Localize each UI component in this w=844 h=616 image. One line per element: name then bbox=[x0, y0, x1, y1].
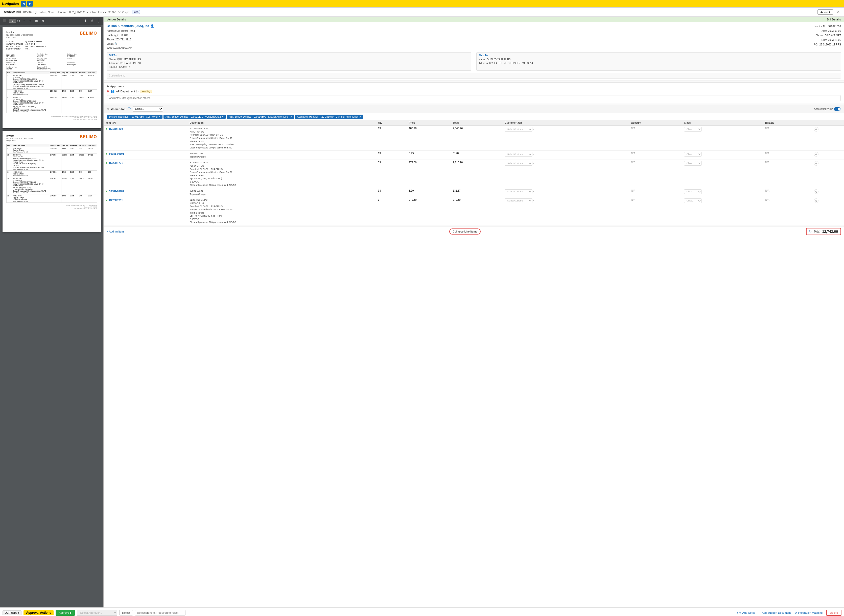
item-account: N/A bbox=[629, 188, 682, 197]
action-button[interactable]: Action ▾ bbox=[818, 9, 833, 15]
reject-button[interactable]: Reject bbox=[119, 610, 133, 616]
pdf-menu-button[interactable]: ☰ bbox=[2, 18, 7, 23]
item-price: 3.99 bbox=[407, 188, 451, 197]
row-action-button[interactable]: ⊕ bbox=[814, 198, 819, 203]
split-btn-0-arrow-icon: ✕ bbox=[159, 115, 160, 118]
bill-id: ID5802 bbox=[23, 10, 32, 14]
navigation-bar: Navigation ◀ ▶ bbox=[0, 0, 844, 7]
row-action-button[interactable]: ⊕ bbox=[814, 161, 819, 166]
collapse-line-items-button[interactable]: Collapse Line Items bbox=[449, 229, 481, 235]
forward-button[interactable]: ▶ bbox=[27, 1, 33, 7]
split-btn-1[interactable]: ABC School District →22-011130 - Verizon… bbox=[163, 114, 225, 119]
notes-input[interactable] bbox=[107, 95, 841, 101]
class-select-row[interactable]: Class... bbox=[684, 127, 702, 132]
bottom-action-row: + Add an item Collapse Line Items ↻ Tota… bbox=[104, 226, 844, 236]
integration-label: Integration Mapping bbox=[798, 611, 822, 614]
approvers-chevron-icon: ▶ bbox=[107, 85, 109, 88]
pdf-download-button[interactable]: ⬇ bbox=[83, 18, 88, 23]
item-code: 99981-00101 bbox=[109, 153, 124, 155]
ocr-utility-button[interactable]: OCR Utility ▾ bbox=[3, 610, 22, 615]
customer-job-select-row[interactable]: Select Customer... bbox=[504, 152, 532, 157]
terms-label: Terms: bbox=[816, 33, 824, 38]
customer-job-select[interactable]: Select... bbox=[133, 106, 163, 111]
due-label: Due: bbox=[822, 38, 827, 43]
email-search-icon[interactable]: 🔍 bbox=[115, 43, 118, 45]
pdf-zoom-out-button[interactable]: − bbox=[22, 18, 26, 23]
item-billable: N/A bbox=[763, 160, 812, 188]
item-total: 131.67 bbox=[451, 188, 503, 197]
action-label: Action bbox=[820, 10, 828, 14]
bill-to-label: Bill To bbox=[109, 54, 469, 57]
bill-details-title: Bill Details bbox=[827, 18, 841, 21]
accounting-view-toggle[interactable] bbox=[834, 107, 841, 111]
back-button[interactable]: ◀ bbox=[21, 1, 26, 7]
col-billable: Billable bbox=[763, 120, 812, 126]
ship-to-name: Name: QUALITY SUPPLIES bbox=[479, 57, 839, 62]
class-select-row[interactable]: Class... bbox=[684, 198, 702, 203]
refresh-icon[interactable]: ↻ bbox=[809, 230, 812, 233]
customer-chevron-icon: ▾ bbox=[533, 190, 534, 193]
item-account: N/A bbox=[629, 126, 682, 151]
split-btn-3[interactable]: Campbell, Heather →22-153070 - Campell A… bbox=[295, 114, 363, 119]
class-select-row[interactable]: Class... bbox=[684, 189, 702, 194]
row-action-button[interactable]: ⊕ bbox=[814, 127, 819, 132]
pdf-rotate-button[interactable]: ↺ bbox=[41, 18, 46, 23]
bill-to-block: Bill To Name: QUALITY SUPPLIES Address: … bbox=[107, 52, 471, 71]
customer-job-select-row[interactable]: Select Customer... bbox=[504, 127, 532, 132]
rejection-note-input[interactable] bbox=[135, 610, 185, 616]
pdf-fit-page-button[interactable]: ⊞ bbox=[34, 18, 39, 23]
bill-to-address: Address: 601 EAST LINE ST BISHOP CA 9351… bbox=[109, 62, 469, 69]
row-action-button[interactable]: ⊕ bbox=[814, 189, 819, 194]
item-account: N/A bbox=[629, 160, 682, 188]
add-notes-link[interactable]: ● ✎ Add Notes bbox=[736, 611, 755, 615]
close-button[interactable]: ✕ bbox=[835, 9, 841, 15]
col-description: Description bbox=[188, 120, 376, 126]
ship-to-address: Address: 601 EAST LINE ST BISHOP CA 9351… bbox=[479, 62, 839, 65]
footer-right-actions: ● ✎ Add Notes + Add Support Document ⚙ I… bbox=[736, 610, 841, 616]
class-select-row[interactable]: Class... bbox=[684, 161, 702, 166]
add-notes-label: Add Notes bbox=[743, 611, 755, 614]
ship-to-label: Ship To bbox=[479, 54, 839, 57]
tags-badge[interactable]: Tags bbox=[132, 10, 140, 14]
bill-details-column: Invoice No: 920321559 Date: 2023-09-06 T… bbox=[598, 24, 841, 50]
approver-select[interactable]: Select Approver... bbox=[77, 610, 117, 616]
approver-group-icon: 👥 bbox=[110, 89, 115, 93]
class-select-row[interactable]: Class... bbox=[684, 152, 702, 157]
approval-actions-label: Approval Actions bbox=[24, 610, 54, 615]
split-btn-3-arrow-icon: ✕ bbox=[359, 115, 361, 118]
customer-job-select-row[interactable]: Select Customer... bbox=[504, 189, 532, 194]
add-item-link[interactable]: + Add an item bbox=[107, 230, 124, 233]
item-total: 9,216.90 bbox=[451, 160, 503, 188]
vendor-phone: Phone: 203-791-9915 bbox=[107, 37, 593, 42]
split-btn-2[interactable]: ABC School District →22-016300 - Distric… bbox=[226, 114, 294, 119]
pdf-print-button[interactable]: ⎙ bbox=[90, 18, 94, 23]
approvers-header[interactable]: ▶ Approvers bbox=[107, 85, 841, 88]
delete-button[interactable]: Delete bbox=[826, 610, 841, 616]
split-buttons-row: Scalise Industries →23-017080 - Cell Tow… bbox=[104, 113, 844, 120]
due-value: 2023-10-06 bbox=[828, 38, 841, 43]
table-row: ● B220HT731 B220HT731 1 PC+LF24-SR USReo… bbox=[104, 197, 844, 226]
customer-job-select-row[interactable]: Select Customer... bbox=[504, 161, 532, 166]
approve-button[interactable]: Approve ▶ bbox=[56, 610, 75, 616]
split-btn-0[interactable]: Scalise Industries →23-017080 - Cell Tow… bbox=[107, 114, 162, 119]
customer-job-select-row[interactable]: Select Customer... bbox=[504, 198, 532, 203]
pdf-zoom-in-button[interactable]: + bbox=[28, 18, 32, 23]
row-action-button[interactable]: ⊕ bbox=[814, 152, 819, 157]
pdf-toolbar: ☰ / 3 − + ⊞ ↺ ⬇ ⎙ ⋮ bbox=[0, 17, 103, 25]
pdf-invoice-title: Invoice bbox=[6, 31, 33, 34]
vendor-edit-icon[interactable]: 👤 bbox=[150, 24, 154, 28]
approver-item: 👥 AP Department ▷ Pending bbox=[107, 89, 841, 93]
split-btn-1-arrow-icon: ✕ bbox=[222, 115, 223, 118]
custom-memo[interactable]: Custom Memo bbox=[107, 73, 841, 79]
item-price: 279.30 bbox=[407, 197, 451, 226]
split-btn-3-label: Campbell, Heather →22-153070 - Campell A… bbox=[297, 115, 358, 118]
pdf-more-button[interactable]: ⋮ bbox=[96, 18, 101, 23]
pdf-page-input[interactable] bbox=[9, 19, 16, 23]
approve-arrow-icon: ▶ bbox=[70, 611, 72, 615]
add-support-doc-link[interactable]: + Add Support Document bbox=[759, 611, 791, 614]
item-total: 279.30 bbox=[451, 197, 503, 226]
pdf-belimo-logo: BELIMO bbox=[80, 31, 97, 35]
add-notes-icon2: ✎ bbox=[739, 611, 741, 615]
integration-mapping-link[interactable]: ⚙ Integration Mapping bbox=[794, 611, 822, 615]
customer-chevron-icon: ▾ bbox=[533, 153, 534, 155]
